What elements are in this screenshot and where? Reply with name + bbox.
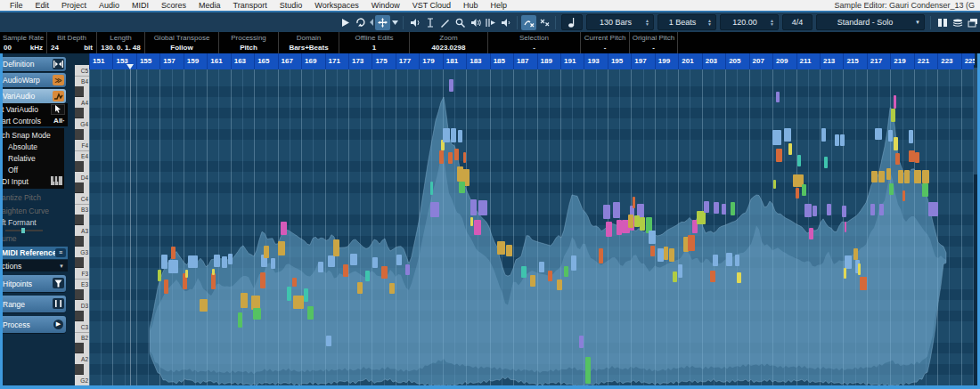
pitch-segment[interactable] bbox=[722, 204, 726, 215]
ruler-label-159[interactable]: 159 bbox=[184, 53, 207, 69]
snap-option-off[interactable]: Off bbox=[0, 164, 64, 175]
pitch-segment[interactable] bbox=[449, 79, 453, 92]
shift-formant-slider[interactable] bbox=[5, 230, 43, 231]
ruler-label-157[interactable]: 157 bbox=[159, 53, 183, 69]
pitch-segment[interactable] bbox=[158, 270, 161, 281]
pitch-segment[interactable] bbox=[171, 247, 176, 259]
pitch-segment[interactable] bbox=[539, 262, 544, 272]
pitch-segment[interactable] bbox=[922, 183, 928, 197]
pitch-segment[interactable] bbox=[773, 180, 776, 189]
info-value-row[interactable]: 130. 0. 1. 48 bbox=[97, 44, 144, 52]
info-value-row[interactable]: Bars+Beats bbox=[279, 44, 339, 52]
pitch-segment[interactable] bbox=[222, 256, 227, 268]
pitch-segment[interactable] bbox=[458, 130, 462, 142]
pitch-segment[interactable] bbox=[909, 150, 915, 162]
pitch-segment[interactable] bbox=[802, 184, 806, 196]
pitch-segment[interactable] bbox=[835, 134, 839, 146]
acoustic-feedback-icon[interactable] bbox=[498, 15, 513, 30]
pitch-segment[interactable] bbox=[827, 204, 831, 215]
pitch-segment[interactable] bbox=[326, 336, 331, 346]
white-key-F3[interactable]: F3 bbox=[81, 271, 88, 277]
pitch-segment[interactable] bbox=[381, 266, 388, 279]
tempo-value-box[interactable]: 120.00 ▲▼ bbox=[720, 14, 779, 30]
pitch-segment[interactable] bbox=[470, 199, 477, 215]
midi-reference-row[interactable]: MIDI Reference ≡ bbox=[0, 247, 68, 259]
ruler-label-175[interactable]: 175 bbox=[372, 53, 395, 69]
pitch-segment[interactable] bbox=[333, 239, 339, 256]
collapse-arrow-icon[interactable] bbox=[368, 15, 375, 30]
scrub-tool-icon[interactable] bbox=[407, 15, 422, 30]
ruler-label-219[interactable]: 219 bbox=[890, 53, 913, 69]
pitch-segment[interactable] bbox=[478, 200, 487, 215]
ruler-label-179[interactable]: 179 bbox=[419, 53, 442, 69]
pitch-segment[interactable] bbox=[858, 263, 861, 275]
pitch-segment[interactable] bbox=[238, 312, 242, 328]
menu-item-window[interactable]: Window bbox=[365, 0, 406, 11]
menu-item-audio[interactable]: Audio bbox=[93, 0, 126, 11]
pitch-segment[interactable] bbox=[506, 245, 512, 256]
menu-item-hub[interactable]: Hub bbox=[457, 0, 485, 11]
section-definition[interactable]: Definition bbox=[0, 57, 66, 71]
pitch-segment[interactable] bbox=[772, 130, 781, 145]
ruler-label-225[interactable]: 225 bbox=[961, 53, 975, 69]
edit-variaudio-row[interactable]: t VariAudio bbox=[0, 103, 68, 115]
white-key-E3[interactable]: E3 bbox=[81, 281, 88, 288]
pitch-segment[interactable] bbox=[168, 260, 178, 273]
pitch-segment[interactable] bbox=[797, 155, 801, 166]
pitch-segment[interactable] bbox=[889, 183, 894, 195]
pitch-segment[interactable] bbox=[448, 152, 453, 164]
pitch-segment[interactable] bbox=[842, 206, 846, 217]
pitch-segment[interactable] bbox=[650, 246, 655, 256]
pitch-segment[interactable] bbox=[878, 171, 885, 182]
pitch-segment[interactable] bbox=[844, 268, 846, 279]
pitch-segment[interactable] bbox=[188, 255, 198, 268]
info-value[interactable]: 24 bbox=[51, 44, 59, 52]
ruler-label-167[interactable]: 167 bbox=[278, 53, 301, 69]
black-key-Fs3[interactable] bbox=[75, 257, 84, 268]
info-value[interactable]: Pitch bbox=[240, 44, 257, 52]
pitch-segment[interactable] bbox=[726, 253, 732, 266]
pitch-segment[interactable] bbox=[451, 128, 456, 142]
pitch-segment[interactable] bbox=[613, 202, 620, 218]
pitch-segment[interactable] bbox=[821, 128, 826, 142]
pitch-segment[interactable] bbox=[278, 241, 285, 255]
smart-controls-value[interactable]: All· bbox=[53, 117, 65, 125]
pitch-segment[interactable] bbox=[898, 170, 903, 183]
info-value[interactable]: 4023.0298 bbox=[432, 44, 466, 52]
pitch-segment[interactable] bbox=[669, 248, 674, 262]
pitch-segment[interactable] bbox=[307, 306, 314, 320]
pitch-segment[interactable] bbox=[688, 235, 695, 251]
black-key-Ds4[interactable] bbox=[75, 161, 84, 172]
pitch-segment[interactable] bbox=[281, 222, 287, 235]
pitch-segment[interactable] bbox=[902, 190, 905, 201]
pitch-segment[interactable] bbox=[649, 231, 656, 244]
menu-item-scores[interactable]: Scores bbox=[155, 0, 192, 11]
pitch-segment[interactable] bbox=[603, 205, 610, 219]
white-key-B3[interactable]: B3 bbox=[81, 207, 88, 213]
info-value[interactable]: 1 bbox=[372, 44, 376, 52]
info-value[interactable]: 00 bbox=[4, 44, 12, 52]
pitch-segment[interactable] bbox=[840, 134, 845, 146]
info-value-row[interactable]: 24bit bbox=[47, 44, 96, 52]
ruler-label-155[interactable]: 155 bbox=[136, 53, 159, 69]
pitch-segment[interactable] bbox=[328, 255, 335, 267]
ruler-label-185[interactable]: 185 bbox=[490, 53, 513, 69]
draw-tool-icon[interactable] bbox=[437, 15, 453, 30]
pitch-segment[interactable] bbox=[430, 202, 439, 217]
bar-ruler[interactable]: 1511531551571591611631651671691711731751… bbox=[89, 53, 975, 70]
section-audiowarp[interactable]: AudioWarp ≫ bbox=[0, 73, 66, 87]
midi-input-row[interactable]: DI Input bbox=[0, 175, 64, 188]
pitch-segment[interactable] bbox=[260, 272, 265, 288]
info-value-row[interactable]: 4023.0298 bbox=[410, 44, 487, 52]
pitch-segment[interactable] bbox=[796, 188, 799, 199]
menu-item-file[interactable]: File bbox=[4, 0, 29, 11]
pitch-segment[interactable] bbox=[714, 202, 719, 214]
segment-split-toggle[interactable] bbox=[536, 15, 551, 30]
pitch-segment[interactable] bbox=[894, 137, 898, 150]
volume-row[interactable]: ume bbox=[0, 232, 64, 244]
quantize-pitch-row[interactable]: antize Pitch bbox=[0, 190, 64, 204]
white-key-B4[interactable]: B4 bbox=[81, 78, 88, 85]
pitch-segment[interactable] bbox=[443, 128, 450, 142]
ruler-label-199[interactable]: 199 bbox=[655, 53, 678, 69]
pitch-segment[interactable] bbox=[585, 357, 591, 384]
